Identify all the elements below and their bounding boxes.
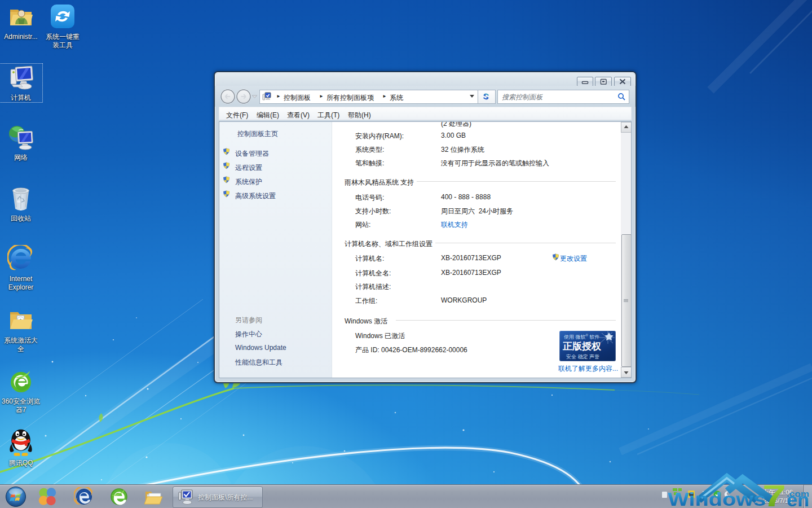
svg-text:.com: .com (787, 489, 809, 498)
svg-text:Windows: Windows (668, 489, 766, 508)
svg-text:7: 7 (762, 479, 786, 508)
